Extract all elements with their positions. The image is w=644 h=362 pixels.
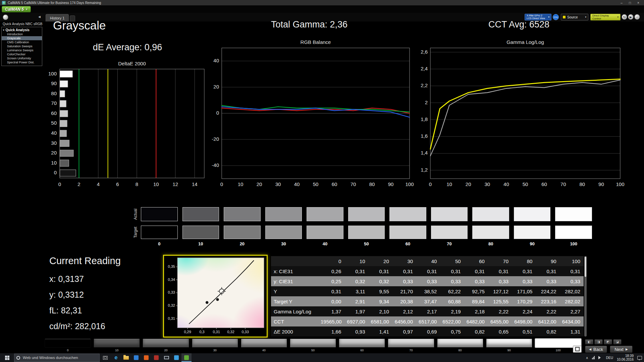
tree-root-quick-analysis[interactable]: ▾ Quick Analysis bbox=[2, 28, 42, 32]
close-button[interactable]: × bbox=[635, 1, 642, 5]
svg-text:40: 40 bbox=[51, 130, 57, 136]
swatch-level-labels: 0102030405060708090100 bbox=[141, 241, 592, 247]
window-title: CalMAN 5 CalMAN Ultimate for Business 17… bbox=[8, 1, 101, 5]
svg-text:10: 10 bbox=[238, 181, 244, 187]
svg-text:4: 4 bbox=[97, 181, 100, 187]
volume-icon[interactable] bbox=[598, 356, 602, 359]
gamma-chart-title: Gamma Log/Log bbox=[430, 39, 620, 45]
taskbar-app-4[interactable] bbox=[141, 353, 151, 362]
app-menu-button[interactable] bbox=[3, 14, 8, 20]
actual-swatch-40 bbox=[307, 207, 343, 221]
next-button[interactable]: Next ▶ bbox=[610, 346, 633, 353]
svg-text:0,32: 0,32 bbox=[168, 303, 175, 307]
play-button[interactable]: ▶ bbox=[628, 14, 634, 20]
calman-logo-text: CalMAN 5 bbox=[5, 7, 24, 12]
taskbar-app-7[interactable] bbox=[171, 353, 181, 362]
column-header: 70 bbox=[488, 256, 512, 266]
svg-text:40: 40 bbox=[213, 58, 219, 63]
swatch-level-label: 10 bbox=[182, 241, 219, 247]
svg-text:100: 100 bbox=[48, 71, 57, 76]
level-button-50[interactable] bbox=[290, 339, 336, 348]
sidebar-item-introduction[interactable]: Introduction bbox=[2, 32, 42, 36]
taskbar-app-edge[interactable]: e bbox=[111, 353, 121, 362]
sidebar-item-screen-uniformity[interactable]: Screen Uniformity bbox=[2, 56, 42, 60]
sidebar-item-grayscale[interactable]: Grayscale bbox=[2, 36, 42, 40]
level-button-40[interactable] bbox=[241, 339, 287, 348]
column-header: 60 bbox=[464, 256, 488, 266]
level-button-10[interactable] bbox=[94, 339, 140, 348]
action-center-icon[interactable] bbox=[637, 356, 642, 360]
swatch-level-label: 20 bbox=[224, 241, 261, 247]
refresh-button[interactable]: ↻ bbox=[622, 14, 627, 20]
maximize-button[interactable]: □ bbox=[626, 1, 634, 5]
svg-text:8: 8 bbox=[136, 181, 138, 187]
results-table: 0102030405060708090100x: CIE310,260,310,… bbox=[271, 256, 584, 337]
tray-expand-icon[interactable]: ∧ bbox=[586, 356, 588, 360]
current-reading-x: x: 0,3137 bbox=[49, 274, 84, 284]
svg-text:10: 10 bbox=[51, 160, 57, 166]
actual-swatch-70 bbox=[431, 207, 468, 221]
taskbar-app-file-explorer[interactable] bbox=[121, 353, 131, 362]
chevron-down-icon: ▾ bbox=[26, 8, 28, 11]
view-button-2[interactable]: ◨ bbox=[594, 339, 603, 345]
network-icon[interactable] bbox=[592, 356, 595, 359]
titlebar: 5 CalMAN 5 CalMAN Ultimate for Business … bbox=[0, 0, 644, 5]
svg-text:60: 60 bbox=[541, 181, 547, 187]
level-button-80[interactable] bbox=[437, 339, 483, 348]
view-button-1[interactable]: ◧ bbox=[585, 339, 593, 345]
workflow-tree: ▾ Quick Analysis IntroductionGrayscaleCM… bbox=[1, 27, 42, 66]
language-indicator[interactable]: DEU bbox=[606, 356, 613, 360]
start-button[interactable] bbox=[0, 353, 14, 362]
level-button-30[interactable] bbox=[192, 339, 238, 348]
level-button-20[interactable] bbox=[143, 339, 189, 348]
level-button-label: 20 bbox=[143, 349, 189, 352]
back-arrow-icon: ◀ bbox=[589, 348, 591, 351]
level-button-label: 60 bbox=[339, 349, 385, 352]
svg-text:10: 10 bbox=[446, 181, 452, 187]
taskbar-search[interactable] bbox=[14, 354, 100, 362]
swatch-level-label: 100 bbox=[555, 241, 592, 247]
back-button[interactable]: ◀ Back bbox=[585, 346, 607, 353]
taskbar-app-5[interactable] bbox=[151, 353, 161, 362]
target-swatch-60 bbox=[389, 226, 426, 239]
view-button-4[interactable]: ◪ bbox=[613, 339, 622, 345]
taskbar-app-3[interactable] bbox=[131, 353, 141, 362]
sidebar-item-saturation-sweeps[interactable]: Saturation Sweeps bbox=[2, 44, 42, 48]
sidebar-item-colorchecker[interactable]: ColorChecker bbox=[2, 52, 42, 56]
collapse-panel-icon[interactable]: ◀ bbox=[38, 15, 41, 18]
view-button-3[interactable]: ◩ bbox=[604, 339, 612, 345]
taskbar-app-calman[interactable] bbox=[181, 353, 192, 362]
svg-text:50: 50 bbox=[51, 120, 57, 126]
swatch-level-label: 0 bbox=[141, 241, 178, 247]
table-scrollbar[interactable] bbox=[584, 256, 587, 337]
level-button-label: 40 bbox=[241, 349, 287, 352]
gamma-loglog-chart: 1,21,41,61,822,22,42,6010203040506070809… bbox=[414, 46, 624, 192]
column-header: 0 bbox=[321, 256, 344, 266]
table-row: ΔE 20001,660,931,410,970,690,750,820,650… bbox=[271, 326, 584, 337]
workflow-title: Quick Analysis NBC sRGB bbox=[3, 22, 42, 26]
taskbar-clock[interactable]: 18:39 10.06.2016 bbox=[617, 354, 634, 361]
search-input[interactable] bbox=[22, 355, 97, 360]
svg-text:0: 0 bbox=[58, 181, 61, 187]
task-view-button[interactable] bbox=[100, 353, 111, 362]
svg-text:0: 0 bbox=[220, 181, 223, 187]
sidebar-item-spectral-power-dist-[interactable]: Spectral Power Dist. bbox=[2, 60, 42, 64]
home-button[interactable]: ⌂ bbox=[634, 14, 640, 20]
minimize-button[interactable]: – bbox=[618, 1, 625, 5]
taskbar-app-6[interactable] bbox=[161, 353, 171, 362]
total-gamma-heading: Total Gamma: 2,36 bbox=[206, 19, 413, 30]
sidebar-item-luminance-sweeps[interactable]: Luminance Sweeps bbox=[2, 48, 42, 52]
level-button-60[interactable] bbox=[339, 339, 385, 348]
level-button-0[interactable] bbox=[45, 339, 91, 348]
svg-text:70: 70 bbox=[51, 100, 57, 106]
column-header: 50 bbox=[440, 256, 464, 266]
level-button-90[interactable] bbox=[486, 339, 532, 348]
lightblue-app-icon bbox=[174, 355, 179, 360]
sidebar-item-cms-calibration[interactable]: CMS Calibration bbox=[2, 40, 42, 44]
level-button-label: 0 bbox=[45, 349, 91, 352]
level-button-70[interactable] bbox=[388, 339, 434, 348]
stop-button[interactable] bbox=[573, 346, 582, 353]
level-button-strip: 0102030405060708090100 bbox=[45, 339, 581, 353]
calman-logo-button[interactable]: CalMAN 5 ▾ bbox=[2, 6, 31, 12]
svg-text:2,4: 2,4 bbox=[421, 66, 428, 71]
